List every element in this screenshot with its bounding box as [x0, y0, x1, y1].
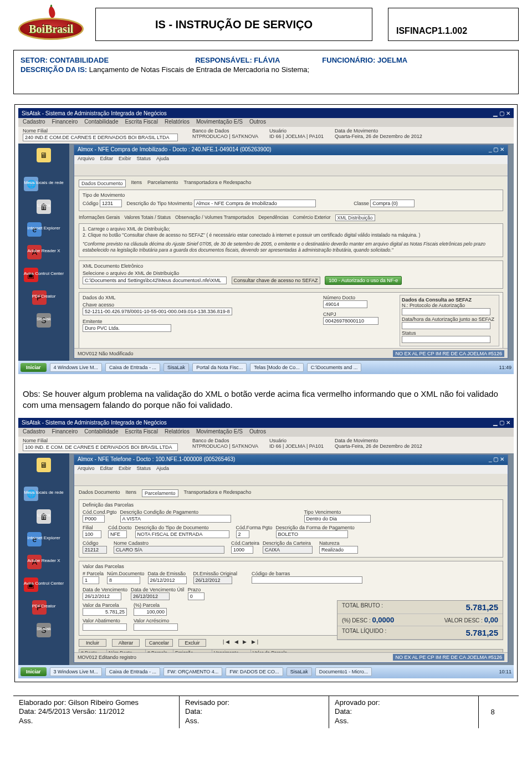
xml-status-button[interactable]: 100 - Autorizado o uso da NF-e — [325, 276, 402, 285]
xml-path-field[interactable]: C:\Documents and Settings\bc42\Meus docu… — [83, 277, 227, 284]
menu-item[interactable]: Escrita Fiscal — [125, 428, 157, 436]
app-menubar[interactable]: Cadastro Financeiro Contabilidade Escrit… — [18, 118, 514, 127]
win-menu-item[interactable]: Arquivo — [78, 156, 95, 163]
menu-item[interactable]: Relatórios — [165, 119, 190, 126]
menu-item[interactable]: Contabilidade — [84, 428, 118, 436]
tab[interactable]: Dados Documento — [79, 180, 126, 187]
app-menubar[interactable]: Cadastro Financeiro Contabilidade Escrit… — [18, 428, 514, 437]
excluir-button[interactable]: Excluir — [178, 639, 206, 647]
cond-desc-field[interactable]: A VISTA — [120, 515, 231, 523]
win-menu-item[interactable]: Editar — [100, 156, 114, 163]
menu-item[interactable]: Cadastro — [23, 428, 45, 436]
coddoc-field[interactable]: NFE — [108, 530, 127, 538]
codcart-field[interactable]: 1000 — [231, 546, 253, 554]
chave-field[interactable]: 52-1211-00.426.978/0001-10-55-001-000.04… — [83, 308, 232, 315]
window-controls-icon[interactable]: ▁ ▢ ✕ — [493, 110, 510, 116]
subtab[interactable]: Valores Totais / Status — [124, 214, 171, 221]
subtab[interactable]: Comércio Exterior — [293, 214, 331, 221]
natureza-field[interactable]: Realizado — [319, 546, 358, 554]
incluir-button[interactable]: Incluir — [79, 639, 106, 647]
numdoc-field2[interactable]: 8 — [107, 576, 140, 584]
window-title: Almox - NFE Telefone - Docto : 100.NFE.1… — [78, 456, 235, 464]
taskbar-item[interactable]: Telas [Modo de Co... — [250, 363, 304, 372]
numdoc-field[interactable]: 49014 — [323, 300, 367, 308]
tab[interactable]: Transportadora e Redespacho — [184, 489, 252, 497]
desc-tipo-field[interactable]: Almox - NFE Compra de Imobilizado — [194, 200, 316, 207]
taskbar-item[interactable]: FW: DADOS DE CO... — [226, 667, 283, 676]
filial-label: Nome Filial — [23, 128, 181, 134]
tab[interactable]: Itens — [131, 180, 142, 187]
tab[interactable]: Transportadora e Redespacho — [184, 180, 252, 187]
dtvenc-field[interactable]: 26/12/2012 — [83, 592, 121, 600]
menu-item[interactable]: Financeiro — [52, 119, 78, 126]
tab[interactable]: Itens — [126, 489, 137, 497]
window-menu[interactable]: Arquivo Editar Exibir Status Ajuda — [74, 465, 508, 474]
formapg-code-field[interactable]: 2 — [236, 530, 249, 538]
window-menu[interactable]: Arquivo Editar Exibir Status Ajuda — [74, 155, 508, 164]
taskbar-item[interactable]: SisaLak — [287, 667, 312, 676]
taskbar-item[interactable]: Portal da Nota Fisc... — [192, 363, 247, 372]
menu-item[interactable]: Escrita Fiscal — [125, 119, 157, 126]
taskbar-item[interactable]: 4 Windows Live M... — [50, 363, 103, 372]
codbarras-field[interactable] — [252, 576, 362, 584]
formapg-desc-field[interactable]: BOLETO — [276, 530, 348, 538]
valparc-field[interactable]: 5.781,25 — [83, 608, 127, 616]
menu-item[interactable]: Outros — [249, 428, 266, 436]
filial-field[interactable]: 100 — [83, 530, 101, 538]
taskbar-item[interactable]: FW: ORÇAMENTO 4... — [163, 667, 222, 676]
start-button[interactable]: Iniciar — [21, 667, 47, 676]
taskbar[interactable]: Iniciar 3 Windows Live M... Caixa de Ent… — [18, 665, 514, 678]
window-toolbar[interactable] — [74, 474, 508, 486]
start-button[interactable]: Iniciar — [21, 363, 47, 372]
taskbar-item[interactable]: Documento1 - Micro... — [315, 667, 372, 676]
consultar-sefaz-button[interactable]: Consultar chave de acesso no SEFAZ — [232, 277, 320, 284]
menu-item[interactable]: Movimentação E/S — [196, 428, 243, 436]
taskbar-item[interactable]: C:\Documents and ... — [307, 363, 362, 372]
taskbar[interactable]: Iniciar 4 Windows Live M... Caixa de Ent… — [18, 361, 514, 374]
pctparc-field[interactable]: 100,000 — [134, 608, 167, 616]
menu-item[interactable]: Movimentação E/S — [196, 119, 243, 126]
tab[interactable]: Parcelamento — [142, 489, 178, 497]
filial-field[interactable]: 100 IND. E COM. DE CARNES E DERIVADOS BO… — [23, 443, 178, 451]
alterar-button[interactable]: Alterar — [112, 639, 140, 647]
subtab[interactable]: Observação / Volumes Transportados — [175, 214, 254, 221]
menu-item[interactable]: Relatórios — [165, 428, 190, 436]
window-controls-icon[interactable]: ▁ ▢ ✕ — [493, 420, 510, 426]
menu-item[interactable]: Financeiro — [52, 428, 78, 436]
window-controls-icon[interactable]: _ ▢ ✕ — [489, 146, 504, 154]
codigo-field[interactable]: 1231 — [100, 200, 122, 207]
valabat-field[interactable] — [83, 623, 127, 631]
win-menu-item[interactable]: Ajuda — [156, 156, 169, 163]
window-toolbar[interactable] — [74, 164, 508, 176]
mycomputer-icon[interactable]: 🖥 — [37, 458, 51, 472]
mycomputer-icon[interactable]: 🖥 — [37, 148, 51, 162]
subtab[interactable]: Dependências — [258, 214, 288, 221]
filial-field[interactable]: 240 IND.E COM.DE CARNES E DERIVADOS BOI … — [23, 134, 178, 141]
taskbar-item[interactable]: 3 Windows Live M... — [50, 667, 103, 676]
tab[interactable]: Parcelamento — [147, 180, 178, 187]
cond-code-field[interactable]: P000 — [83, 515, 105, 523]
emitente-field[interactable]: Duro PVC Ltda. — [83, 324, 171, 332]
win-menu-item[interactable]: Status — [137, 156, 151, 163]
cnpj-field[interactable]: 00426978000110 — [323, 317, 378, 325]
descdoc-field[interactable]: NOTA FISCAL DE ENTRADA — [135, 530, 229, 538]
menu-item[interactable]: Outros — [249, 119, 266, 126]
subtab[interactable]: Informações Gerais — [79, 214, 120, 221]
subtab[interactable]: XML Distribuição — [335, 214, 375, 221]
menu-item[interactable]: Contabilidade — [84, 119, 118, 126]
prazo-field[interactable]: 0 — [188, 592, 204, 600]
window-controls-icon[interactable]: _ ▢ ✕ — [489, 456, 504, 464]
win-menu-item[interactable]: Exibir — [119, 156, 131, 163]
cancelar-button[interactable]: Cancelar — [145, 639, 173, 647]
record-nav-icon[interactable]: |◀ ◀ ▶ ▶| — [223, 639, 260, 647]
menu-item[interactable]: Cadastro — [23, 119, 45, 126]
classe-field[interactable]: Compra (0) — [370, 200, 415, 207]
taskbar-item[interactable]: SisaLak — [163, 363, 189, 372]
taskbar-item[interactable]: Caixa de Entrada - ... — [105, 363, 160, 372]
parcela-n-field[interactable]: 1 — [83, 576, 99, 584]
tab[interactable]: Dados Documento — [79, 489, 120, 497]
dtemis-field[interactable]: 26/12/2012 — [148, 576, 187, 584]
valacr-field[interactable] — [134, 623, 178, 631]
tipo-venc-field[interactable]: Dentro do Dia — [304, 515, 371, 523]
taskbar-item[interactable]: Caixa de Entrada - ... — [105, 667, 160, 676]
